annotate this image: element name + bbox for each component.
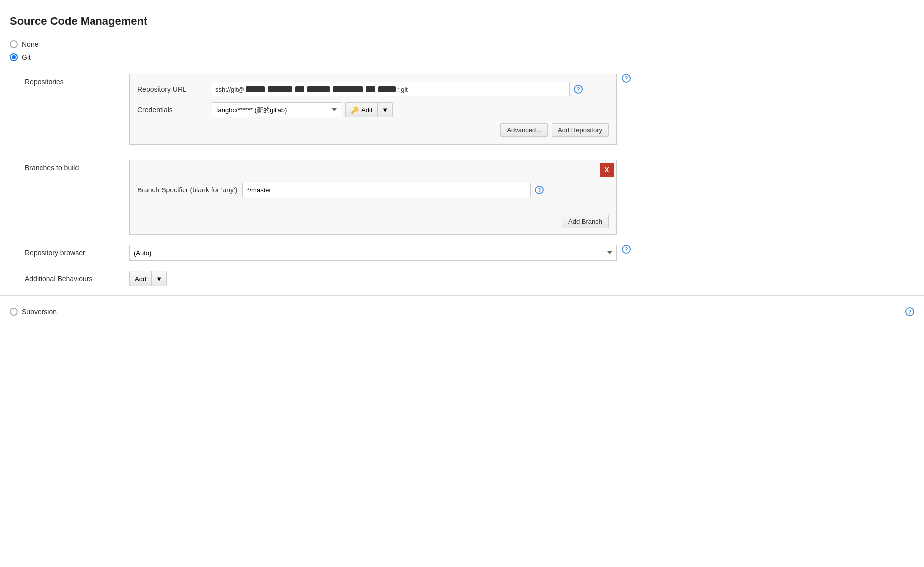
masked-4 xyxy=(307,86,330,92)
page-title: Source Code Management xyxy=(0,10,924,38)
repositories-box: Repository URL ssh://git@ xyxy=(129,74,617,145)
radio-git-label: Git xyxy=(22,53,31,61)
repo-url-text-prefix: ssh://git@ xyxy=(215,86,244,93)
repositories-label: Repositories xyxy=(25,74,124,86)
repo-buttons-row: Advanced... Add Repository xyxy=(137,123,609,137)
masked-1 xyxy=(246,86,265,92)
radio-git-circle xyxy=(10,53,18,61)
repositories-section: Repositories Repository URL ssh://git@ xyxy=(15,69,924,155)
add-behaviours-dropdown-button[interactable]: ▼ xyxy=(151,271,167,286)
repo-browser-row: (Auto) xyxy=(129,245,617,261)
divider xyxy=(0,295,924,296)
repositories-content: Repository URL ssh://git@ xyxy=(129,74,617,150)
credentials-label: Credentials xyxy=(137,106,207,114)
masked-2 xyxy=(268,86,292,92)
masked-7 xyxy=(378,86,396,92)
add-behaviours-main-button[interactable]: Add xyxy=(129,271,151,286)
radio-git[interactable]: Git xyxy=(10,53,914,61)
subversion-help-icon[interactable]: ? xyxy=(905,307,914,316)
repo-browser-label: Repository browser xyxy=(25,245,124,257)
subversion-label: Subversion xyxy=(22,308,57,316)
branches-section: Branches to build X Branch Specifier (bl… xyxy=(15,155,924,240)
branches-inner: Branch Specifier (blank for 'any') ? xyxy=(130,177,616,211)
branch-specifier-row: Branch Specifier (blank for 'any') ? xyxy=(137,183,609,197)
page-container: Source Code Management None Git Reposito… xyxy=(0,0,924,567)
masked-5 xyxy=(333,86,363,92)
key-icon: 🔑 xyxy=(351,106,359,114)
branch-specifier-help-icon[interactable]: ? xyxy=(535,186,544,194)
additional-behaviours-content: Add ▼ xyxy=(129,271,617,286)
repo-url-text-suffix: r.git xyxy=(397,86,408,93)
radio-group: None Git xyxy=(0,38,924,69)
radio-none-label: None xyxy=(22,40,38,48)
branches-box: X Branch Specifier (blank for 'any') ? xyxy=(129,160,617,235)
branches-content: X Branch Specifier (blank for 'any') ? xyxy=(129,160,617,235)
add-behaviours-split-button: Add ▼ xyxy=(129,271,617,286)
branch-specifier-input[interactable] xyxy=(242,183,531,197)
repo-url-help-icon[interactable]: ? xyxy=(574,85,583,94)
subversion-radio[interactable] xyxy=(10,308,18,316)
advanced-button[interactable]: Advanced... xyxy=(500,123,548,137)
credentials-select[interactable]: tangbc/****** (新的gitlab) xyxy=(212,102,341,117)
masked-6 xyxy=(366,86,375,92)
subversion-row: Subversion ? xyxy=(0,300,924,324)
branches-label: Branches to build xyxy=(25,160,124,172)
add-branch-row: Add Branch xyxy=(130,215,616,234)
additional-behaviours-label: Additional Behaviours xyxy=(25,271,124,283)
radio-none-circle xyxy=(10,40,18,48)
masked-3 xyxy=(295,86,304,92)
repo-browser-section: Repository browser (Auto) ? xyxy=(15,240,924,266)
chevron-down-icon: ▼ xyxy=(382,106,388,114)
repo-browser-content: (Auto) xyxy=(129,245,617,261)
branch-specifier-label: Branch Specifier (blank for 'any') xyxy=(137,186,237,194)
repo-browser-select[interactable]: (Auto) xyxy=(129,245,617,261)
credentials-row: Credentials tangbc/****** (新的gitlab) 🔑 xyxy=(137,102,609,117)
add-behaviours-label: Add xyxy=(135,275,146,283)
repo-browser-help-icon[interactable]: ? xyxy=(622,245,631,254)
add-credentials-split-button: 🔑 Add ▼ xyxy=(345,102,393,117)
add-credentials-main-button[interactable]: 🔑 Add xyxy=(345,102,377,117)
repo-url-row: Repository URL ssh://git@ xyxy=(137,82,609,96)
repo-url-label: Repository URL xyxy=(137,85,207,93)
repositories-help-icon[interactable]: ? xyxy=(622,74,631,83)
behaviours-chevron-down-icon: ▼ xyxy=(156,275,162,283)
add-branch-button[interactable]: Add Branch xyxy=(562,215,609,228)
remove-branch-button[interactable]: X xyxy=(600,163,614,177)
add-repository-button[interactable]: Add Repository xyxy=(552,123,609,137)
add-credentials-label: Add xyxy=(361,106,372,114)
radio-none[interactable]: None xyxy=(10,40,914,48)
add-credentials-dropdown-button[interactable]: ▼ xyxy=(377,102,393,117)
additional-behaviours-section: Additional Behaviours Add ▼ xyxy=(15,266,924,291)
